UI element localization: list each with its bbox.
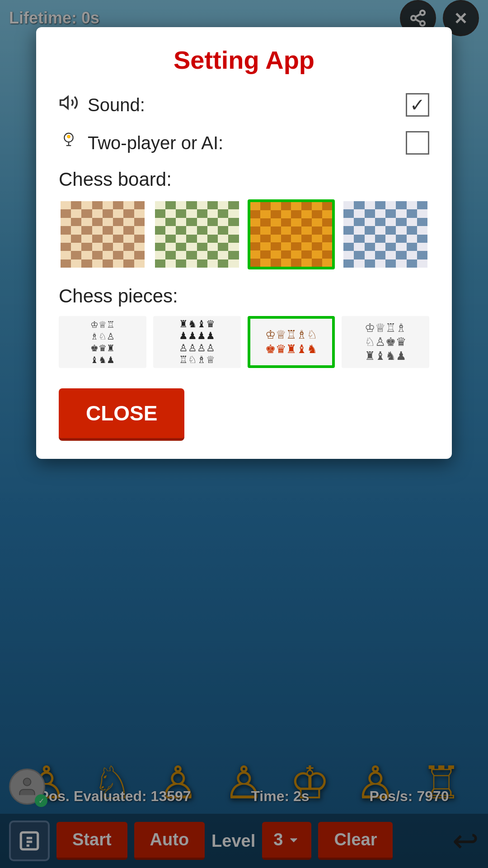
board-option-green[interactable]: [153, 199, 241, 269]
mini-board-green: [155, 201, 239, 268]
pieces-preview-gray: ♔♕♖♗♘♙♚♛♜♝♞♟: [362, 319, 408, 366]
sound-label-group: Sound:: [59, 93, 145, 117]
chess-board-section-title: Chess board:: [59, 169, 429, 190]
pieces-preview-text: ♔♕♖♗♘♙♚♛♜♝♞♟: [88, 316, 117, 368]
two-player-setting-row: Two-player or AI:: [59, 131, 429, 155]
two-player-label-group: Two-player or AI:: [59, 131, 223, 155]
svg-marker-7: [61, 97, 68, 108]
pieces-option-gray[interactable]: ♔♕♖♗♘♙♚♛♜♝♞♟: [342, 316, 429, 368]
mini-board-blue: [343, 201, 427, 268]
sound-checkbox[interactable]: [406, 93, 429, 117]
close-button[interactable]: CLOSE: [59, 388, 184, 441]
modal-title: Setting App: [59, 45, 429, 75]
chess-pieces-section-title: Chess pieces:: [59, 285, 429, 307]
two-player-label-text: Two-player or AI:: [88, 133, 223, 153]
chess-boards-grid: [59, 199, 429, 269]
pieces-preview-wooden: ♔♕♖♗♘ ♚♛♜♝♞: [263, 326, 319, 358]
chess-pieces-grid: ♔♕♖♗♘♙♚♛♜♝♞♟ ♜♞♝♛♟♟♟♟♙♙♙♙♖♘♗♕ ♔♕♖♗♘ ♚♛♜♝…: [59, 316, 429, 368]
sound-label-text: Sound:: [88, 95, 145, 115]
svg-point-11: [67, 136, 70, 138]
board-option-blue[interactable]: [342, 199, 429, 269]
pieces-option-wooden[interactable]: ♔♕♖♗♘ ♚♛♜♝♞: [248, 316, 335, 368]
mini-board-orange: [250, 202, 333, 267]
mini-board-brown: [61, 201, 145, 268]
pieces-option-classic[interactable]: ♜♞♝♛♟♟♟♟♙♙♙♙♖♘♗♕: [153, 316, 241, 368]
settings-modal: Setting App Sound: Two-player or AI:: [36, 27, 452, 459]
pieces-preview-classic: ♜♞♝♛♟♟♟♟♙♙♙♙♖♘♗♕: [177, 316, 217, 368]
two-player-checkbox[interactable]: [406, 131, 429, 155]
pieces-option-text[interactable]: ♔♕♖♗♘♙♚♛♜♝♞♟: [59, 316, 146, 368]
two-player-icon: [59, 131, 79, 155]
sound-setting-row: Sound:: [59, 93, 429, 117]
board-option-orange[interactable]: [248, 199, 335, 269]
board-option-brown[interactable]: [59, 199, 146, 269]
sound-icon: [59, 93, 79, 117]
